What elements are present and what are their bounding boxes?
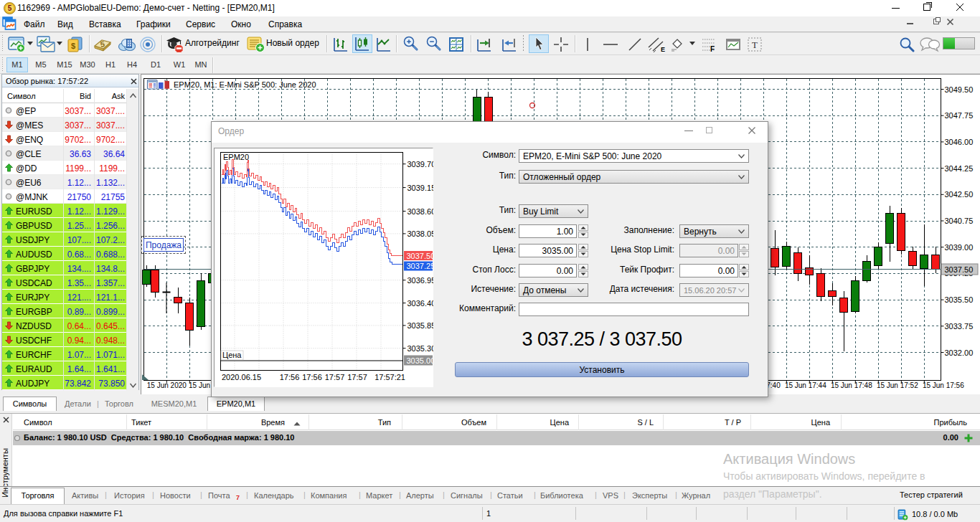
svg-text:3042.50: 3042.50 bbox=[945, 190, 974, 199]
svg-text:E: E bbox=[661, 46, 665, 53]
svg-text:3035.85: 3035.85 bbox=[407, 321, 434, 330]
svg-text:3039.00: 3039.00 bbox=[945, 243, 974, 252]
svg-text:15 Jun 2020: 15 Jun 2020 bbox=[147, 381, 187, 389]
svg-text:EPM20, M1: E-Mini S&P 500: Jun: EPM20, M1: E-Mini S&P 500: June 2020 bbox=[174, 80, 316, 89]
svg-text:3047.75: 3047.75 bbox=[945, 111, 974, 120]
svg-text:3035.30: 3035.30 bbox=[407, 344, 434, 353]
svg-text:T: T bbox=[752, 39, 758, 50]
svg-text:15 Jun: 15 Jun bbox=[189, 381, 210, 389]
svg-text:3039.15: 3039.15 bbox=[407, 184, 434, 192]
svg-text:3040.75: 3040.75 bbox=[945, 217, 974, 225]
svg-text:15 Jun 17:48: 15 Jun 17:48 bbox=[831, 381, 872, 389]
svg-text:3035.50: 3035.50 bbox=[945, 295, 974, 304]
svg-text:3033.75: 3033.75 bbox=[945, 322, 974, 331]
svg-text:3036.95: 3036.95 bbox=[407, 276, 434, 285]
svg-text:3044.25: 3044.25 bbox=[945, 164, 974, 173]
svg-text:3032.00: 3032.00 bbox=[945, 348, 974, 357]
svg-text:17:57: 17:57 bbox=[325, 373, 345, 381]
svg-text:3049.50: 3049.50 bbox=[945, 85, 974, 94]
svg-text:15 Jun 17:52: 15 Jun 17:52 bbox=[877, 381, 918, 389]
svg-text:15 Jun 17:56: 15 Jun 17:56 bbox=[923, 381, 964, 389]
svg-text:F: F bbox=[710, 45, 715, 53]
svg-text:17:57: 17:57 bbox=[347, 373, 367, 381]
svg-text:3037.50: 3037.50 bbox=[945, 265, 974, 274]
svg-text:17:56: 17:56 bbox=[280, 373, 300, 381]
svg-text:3039.70: 3039.70 bbox=[407, 160, 434, 169]
svg-text:$: $ bbox=[71, 42, 75, 50]
svg-text:3035.00: 3035.00 bbox=[407, 356, 434, 365]
svg-text:17:56: 17:56 bbox=[302, 373, 322, 381]
svg-text:15 Jun 17:44: 15 Jun 17:44 bbox=[785, 381, 826, 389]
svg-text:5: 5 bbox=[8, 4, 12, 12]
svg-text:Цена: Цена bbox=[222, 351, 242, 359]
svg-text:EPM20: EPM20 bbox=[223, 153, 249, 161]
svg-text:3046.00: 3046.00 bbox=[945, 138, 974, 146]
svg-text:2020.06.15: 2020.06.15 bbox=[222, 373, 261, 381]
svg-text:17:57:21: 17:57:21 bbox=[374, 373, 405, 381]
